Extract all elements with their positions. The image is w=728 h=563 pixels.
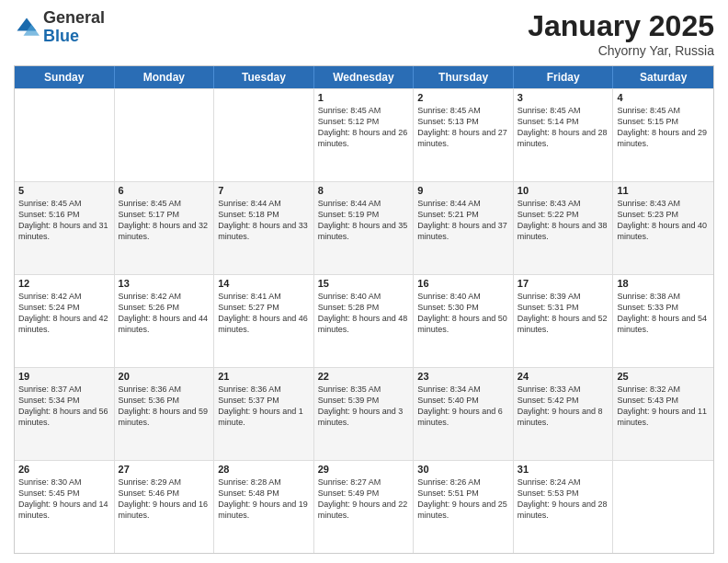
day-number: 25	[617, 371, 710, 382]
day-number: 19	[18, 371, 110, 382]
day-number: 1	[318, 92, 410, 103]
cell-text: Sunrise: 8:44 AM Sunset: 5:18 PM Dayligh…	[218, 198, 310, 243]
cell-text: Sunrise: 8:26 AM Sunset: 5:51 PM Dayligh…	[417, 477, 509, 522]
header: General Blue January 2025 Chyorny Yar, R…	[14, 9, 714, 58]
day-8: 8Sunrise: 8:44 AM Sunset: 5:19 PM Daylig…	[314, 182, 415, 274]
day-number: 28	[218, 464, 310, 475]
cell-text: Sunrise: 8:45 AM Sunset: 5:14 PM Dayligh…	[518, 105, 609, 150]
day-number: 21	[218, 371, 310, 382]
day-number: 24	[518, 371, 609, 382]
cell-text: Sunrise: 8:45 AM Sunset: 5:12 PM Dayligh…	[318, 105, 410, 150]
cell-text: Sunrise: 8:43 AM Sunset: 5:22 PM Dayligh…	[518, 198, 609, 243]
weekday-friday: Friday	[514, 66, 614, 88]
cell-text: Sunrise: 8:43 AM Sunset: 5:23 PM Dayligh…	[617, 198, 710, 243]
day-number: 31	[518, 464, 609, 475]
cell-text: Sunrise: 8:45 AM Sunset: 5:13 PM Dayligh…	[417, 105, 509, 150]
day-number: 8	[318, 185, 410, 196]
calendar-row: 26Sunrise: 8:30 AM Sunset: 5:45 PM Dayli…	[15, 460, 713, 553]
day-number: 15	[318, 278, 410, 289]
day-16: 16Sunrise: 8:40 AM Sunset: 5:30 PM Dayli…	[414, 275, 514, 367]
cell-text: Sunrise: 8:36 AM Sunset: 5:37 PM Dayligh…	[218, 384, 310, 429]
cell-text: Sunrise: 8:28 AM Sunset: 5:48 PM Dayligh…	[218, 477, 310, 522]
calendar-header: Sunday Monday Tuesday Wednesday Thursday…	[15, 66, 713, 88]
day-number: 7	[218, 185, 310, 196]
day-30: 30Sunrise: 8:26 AM Sunset: 5:51 PM Dayli…	[414, 461, 514, 553]
cell-text: Sunrise: 8:37 AM Sunset: 5:34 PM Dayligh…	[18, 384, 110, 429]
day-24: 24Sunrise: 8:33 AM Sunset: 5:42 PM Dayli…	[514, 368, 614, 460]
cell-text: Sunrise: 8:36 AM Sunset: 5:36 PM Dayligh…	[119, 384, 210, 429]
day-10: 10Sunrise: 8:43 AM Sunset: 5:22 PM Dayli…	[514, 182, 614, 274]
day-31: 31Sunrise: 8:24 AM Sunset: 5:53 PM Dayli…	[514, 461, 614, 553]
day-number: 11	[617, 185, 710, 196]
weekday-sunday: Sunday	[15, 66, 115, 88]
day-1: 1Sunrise: 8:45 AM Sunset: 5:12 PM Daylig…	[314, 89, 415, 181]
day-number: 18	[617, 278, 710, 289]
day-12: 12Sunrise: 8:42 AM Sunset: 5:24 PM Dayli…	[15, 275, 115, 367]
day-number: 20	[119, 371, 210, 382]
day-number: 23	[417, 371, 509, 382]
day-21: 21Sunrise: 8:36 AM Sunset: 5:37 PM Dayli…	[214, 368, 314, 460]
cell-text: Sunrise: 8:34 AM Sunset: 5:40 PM Dayligh…	[417, 384, 509, 429]
calendar-row: 19Sunrise: 8:37 AM Sunset: 5:34 PM Dayli…	[15, 367, 713, 460]
cell-text: Sunrise: 8:44 AM Sunset: 5:21 PM Dayligh…	[417, 198, 509, 243]
cell-text: Sunrise: 8:45 AM Sunset: 5:17 PM Dayligh…	[119, 198, 210, 243]
cell-text: Sunrise: 8:40 AM Sunset: 5:28 PM Dayligh…	[318, 291, 410, 336]
day-number: 26	[18, 464, 110, 475]
day-17: 17Sunrise: 8:39 AM Sunset: 5:31 PM Dayli…	[514, 275, 614, 367]
day-number: 17	[518, 278, 609, 289]
weekday-monday: Monday	[115, 66, 215, 88]
cell-text: Sunrise: 8:45 AM Sunset: 5:16 PM Dayligh…	[18, 198, 110, 243]
cell-text: Sunrise: 8:30 AM Sunset: 5:45 PM Dayligh…	[18, 477, 110, 522]
day-number: 12	[18, 278, 110, 289]
page: General Blue January 2025 Chyorny Yar, R…	[0, 0, 728, 563]
calendar-row: 5Sunrise: 8:45 AM Sunset: 5:16 PM Daylig…	[15, 181, 713, 274]
day-23: 23Sunrise: 8:34 AM Sunset: 5:40 PM Dayli…	[414, 368, 514, 460]
calendar-row: 12Sunrise: 8:42 AM Sunset: 5:24 PM Dayli…	[15, 274, 713, 367]
calendar-body: 1Sunrise: 8:45 AM Sunset: 5:12 PM Daylig…	[15, 88, 713, 553]
weekday-thursday: Thursday	[414, 66, 514, 88]
day-7: 7Sunrise: 8:44 AM Sunset: 5:18 PM Daylig…	[214, 182, 314, 274]
day-number: 27	[119, 464, 210, 475]
day-number: 9	[417, 185, 509, 196]
day-number: 3	[518, 92, 609, 103]
logo-general-text: General	[43, 8, 105, 27]
day-27: 27Sunrise: 8:29 AM Sunset: 5:46 PM Dayli…	[115, 461, 215, 553]
weekday-tuesday: Tuesday	[214, 66, 314, 88]
day-number: 6	[119, 185, 210, 196]
cell-text: Sunrise: 8:44 AM Sunset: 5:19 PM Dayligh…	[318, 198, 410, 243]
calendar: Sunday Monday Tuesday Wednesday Thursday…	[14, 65, 714, 554]
day-26: 26Sunrise: 8:30 AM Sunset: 5:45 PM Dayli…	[15, 461, 115, 553]
day-11: 11Sunrise: 8:43 AM Sunset: 5:23 PM Dayli…	[613, 182, 713, 274]
location-title: Chyorny Yar, Russia	[528, 43, 714, 58]
day-14: 14Sunrise: 8:41 AM Sunset: 5:27 PM Dayli…	[214, 275, 314, 367]
cell-text: Sunrise: 8:24 AM Sunset: 5:53 PM Dayligh…	[518, 477, 609, 522]
calendar-row: 1Sunrise: 8:45 AM Sunset: 5:12 PM Daylig…	[15, 88, 713, 181]
day-22: 22Sunrise: 8:35 AM Sunset: 5:39 PM Dayli…	[314, 368, 415, 460]
day-6: 6Sunrise: 8:45 AM Sunset: 5:17 PM Daylig…	[115, 182, 215, 274]
day-number: 29	[318, 464, 410, 475]
cell-text: Sunrise: 8:39 AM Sunset: 5:31 PM Dayligh…	[518, 291, 609, 336]
day-29: 29Sunrise: 8:27 AM Sunset: 5:49 PM Dayli…	[314, 461, 415, 553]
logo-text: General Blue	[43, 9, 105, 46]
day-number: 22	[318, 371, 410, 382]
empty-cell	[613, 461, 713, 553]
logo-icon	[14, 15, 40, 40]
empty-cell	[115, 89, 215, 181]
day-19: 19Sunrise: 8:37 AM Sunset: 5:34 PM Dayli…	[15, 368, 115, 460]
day-9: 9Sunrise: 8:44 AM Sunset: 5:21 PM Daylig…	[414, 182, 514, 274]
day-number: 13	[119, 278, 210, 289]
day-number: 5	[18, 185, 110, 196]
cell-text: Sunrise: 8:41 AM Sunset: 5:27 PM Dayligh…	[218, 291, 310, 336]
day-5: 5Sunrise: 8:45 AM Sunset: 5:16 PM Daylig…	[15, 182, 115, 274]
day-13: 13Sunrise: 8:42 AM Sunset: 5:26 PM Dayli…	[115, 275, 215, 367]
month-title: January 2025	[528, 9, 714, 43]
logo-blue-text: Blue	[43, 27, 79, 45]
empty-cell	[15, 89, 115, 181]
empty-cell	[214, 89, 314, 181]
cell-text: Sunrise: 8:33 AM Sunset: 5:42 PM Dayligh…	[518, 384, 609, 429]
cell-text: Sunrise: 8:38 AM Sunset: 5:33 PM Dayligh…	[617, 291, 710, 336]
day-18: 18Sunrise: 8:38 AM Sunset: 5:33 PM Dayli…	[613, 275, 713, 367]
day-number: 16	[417, 278, 509, 289]
day-number: 14	[218, 278, 310, 289]
day-20: 20Sunrise: 8:36 AM Sunset: 5:36 PM Dayli…	[115, 368, 215, 460]
